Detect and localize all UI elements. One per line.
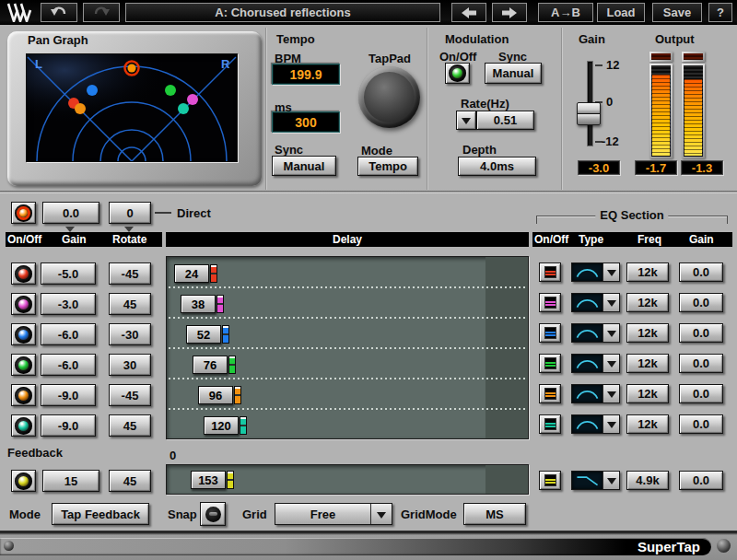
eq-type-dropdown[interactable] xyxy=(571,354,620,373)
feedback-eq-type-dropdown[interactable] xyxy=(571,471,620,490)
eq-onoff-button[interactable] xyxy=(539,414,561,434)
direct-gain-button[interactable]: 0.0 xyxy=(42,202,99,224)
pan-dot-tap-3[interactable] xyxy=(87,85,98,96)
eq-freq-button[interactable]: 12k xyxy=(626,262,669,282)
previous-preset-button[interactable] xyxy=(451,3,486,22)
meter-right-clip[interactable] xyxy=(682,52,705,62)
eq-gain-button[interactable]: 0.0 xyxy=(679,354,723,373)
eq-type-dropdown[interactable] xyxy=(571,262,620,282)
gridmode-label: GridMode xyxy=(401,508,457,521)
eq-freq-button[interactable]: 12k xyxy=(626,354,669,373)
pan-dot-direct[interactable] xyxy=(128,64,136,73)
eq-type-dropdown[interactable] xyxy=(571,414,620,434)
eq-gain-button[interactable]: 0.0 xyxy=(679,414,723,434)
eq-onoff-button[interactable] xyxy=(539,323,561,343)
preset-name-field[interactable]: A: Chorused reflections xyxy=(125,3,440,22)
eq-freq-button[interactable]: 12k xyxy=(626,384,669,403)
eq-row: 12k 0.0 xyxy=(0,354,737,373)
eq-led-window xyxy=(544,418,556,430)
rotate-header: Rotate xyxy=(112,233,146,246)
snap-toggle-button[interactable] xyxy=(200,502,226,526)
meter-left-clip[interactable] xyxy=(649,52,673,62)
eq-freq-button[interactable]: 12k xyxy=(626,293,669,312)
mod-onoff-label: On/Off xyxy=(439,50,476,64)
eq-gain-button[interactable]: 0.0 xyxy=(679,384,723,403)
eq-onoff-header: On/Off xyxy=(534,233,568,246)
tempo-mode-button[interactable]: Tempo xyxy=(357,157,418,176)
tempo-sync-button[interactable]: Manual xyxy=(272,156,336,176)
onoff-header: On/Off xyxy=(7,233,41,246)
eq-gain-button[interactable]: 0.0 xyxy=(679,293,723,312)
output-title: Output xyxy=(655,32,695,46)
next-preset-button[interactable] xyxy=(492,3,527,22)
eq-onoff-button[interactable] xyxy=(539,293,561,312)
mod-rate-label: Rate(Hz) xyxy=(461,97,509,111)
eq-row: 12k 0.0 xyxy=(0,262,737,282)
eq-gain-button[interactable]: 0.0 xyxy=(679,323,723,343)
tappad-knob[interactable] xyxy=(358,66,420,128)
mod-rate-dropdown-button[interactable] xyxy=(456,111,476,130)
row-separator xyxy=(169,317,526,319)
feedback-eq-gain-button[interactable]: 0.0 xyxy=(679,471,723,490)
direct-onoff-led-button[interactable] xyxy=(11,202,36,224)
chevron-down-icon xyxy=(602,355,619,372)
pan-dot-tap-2[interactable] xyxy=(187,94,198,105)
bpm-display[interactable]: 199.9 xyxy=(272,64,340,85)
mod-onoff-led-button[interactable] xyxy=(445,63,470,84)
mod-rate-value-button[interactable]: 0.51 xyxy=(476,111,534,130)
eq-onoff-button[interactable] xyxy=(539,384,561,403)
a-to-b-button[interactable]: A→B xyxy=(538,3,593,22)
eq-type-dropdown[interactable] xyxy=(571,323,620,343)
gridmode-button[interactable]: MS xyxy=(463,503,526,525)
help-button[interactable]: ? xyxy=(708,3,732,22)
eq-led-window xyxy=(544,327,556,339)
mod-sync-button[interactable]: Manual xyxy=(485,63,542,84)
output-right-value: -1.3 xyxy=(681,160,723,175)
eq-type-dropdown[interactable] xyxy=(571,384,620,403)
feedback-rotate-button[interactable]: 45 xyxy=(109,470,151,492)
eq-freq-button[interactable]: 12k xyxy=(626,414,669,434)
redo-button[interactable] xyxy=(83,3,120,22)
feedback-eq-onoff-button[interactable] xyxy=(539,471,561,490)
gain-value-display[interactable]: -3.0 xyxy=(578,160,620,175)
clip-lamp xyxy=(684,53,703,60)
delay-header-label: Delay xyxy=(333,233,362,246)
grid-dropdown[interactable]: Free xyxy=(275,503,392,525)
delay-header: Delay xyxy=(166,232,529,247)
eq-onoff-button[interactable] xyxy=(539,262,561,282)
mod-depth-button[interactable]: 4.0ms xyxy=(458,157,536,176)
direct-rotate-button[interactable]: 0 xyxy=(109,202,151,224)
eq-type-dropdown[interactable] xyxy=(571,293,620,312)
mod-sync-label: Sync xyxy=(498,50,527,64)
pan-dot-tap-5[interactable] xyxy=(75,103,86,114)
eq-gain-button[interactable]: 0.0 xyxy=(679,262,723,282)
undo-button[interactable] xyxy=(41,3,77,22)
row-separator xyxy=(169,408,526,410)
eq-led-window xyxy=(544,297,556,309)
load-button[interactable]: Load xyxy=(597,3,645,22)
plugin-name: SuperTap xyxy=(638,539,700,554)
ms-display[interactable]: 300 xyxy=(272,111,340,133)
feedback-delay-slider[interactable]: 153 xyxy=(191,471,234,489)
snap-label: Snap xyxy=(168,508,197,521)
waves-badge-icon[interactable] xyxy=(717,539,731,553)
pan-dot-tap-6[interactable] xyxy=(178,103,189,114)
eq-bell-curve-icon xyxy=(572,294,602,311)
gain-title: Gain xyxy=(579,32,605,46)
pan-dot-tap-4[interactable] xyxy=(165,85,176,96)
eq-row: 12k 0.0 xyxy=(0,293,737,312)
eq-row: 12k 0.0 xyxy=(0,414,737,434)
eq-onoff-button[interactable] xyxy=(539,354,561,373)
feedback-eq-freq-button[interactable]: 4.9k xyxy=(626,471,669,490)
eq-led-window xyxy=(544,474,556,486)
gain-fader-handle[interactable] xyxy=(577,102,601,125)
eq-freq-button[interactable]: 12k xyxy=(626,323,669,343)
direct-led xyxy=(19,209,28,217)
pan-right-label: R xyxy=(221,57,229,71)
led-well xyxy=(15,204,32,222)
save-button[interactable]: Save xyxy=(652,3,702,22)
feedback-gain-button[interactable]: 15 xyxy=(42,470,99,492)
mode-button[interactable]: Tap Feedback xyxy=(52,503,149,525)
feedback-onoff-led-button[interactable] xyxy=(11,470,36,492)
grid-value: Free xyxy=(275,504,370,524)
